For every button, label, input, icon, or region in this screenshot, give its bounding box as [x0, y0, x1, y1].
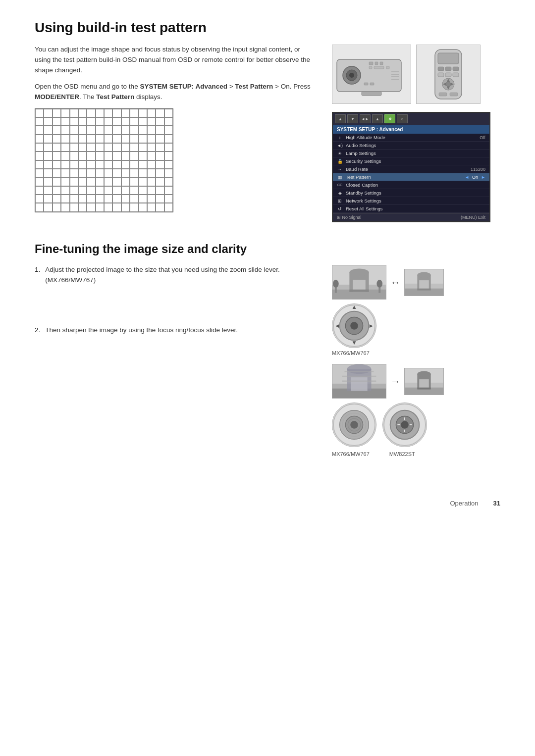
grid-cell: [35, 177, 44, 186]
osd-row-testpattern: ▦ Test Pattern ◄ On ►: [333, 173, 489, 181]
svg-point-26: [446, 82, 451, 87]
grid-cell: [70, 143, 78, 151]
grid-cell: [35, 186, 44, 195]
grid-cell: [53, 117, 61, 126]
grid-cell: [87, 117, 95, 126]
grid-cell: [96, 143, 104, 151]
osd-footer-right: (MENU) Exit: [461, 215, 485, 220]
grid-cell: [96, 169, 104, 177]
grid-cell: [44, 151, 52, 160]
svg-point-42: [333, 280, 339, 288]
step-1-text: Adjust the projected image to the size t…: [45, 265, 322, 286]
svg-rect-14: [362, 92, 381, 96]
grid-cell: [139, 135, 147, 143]
grid-cell: [61, 169, 69, 177]
grid-cell: [121, 109, 130, 117]
grid-cell: [156, 126, 164, 134]
step-1: 1. Adjust the projected image to the siz…: [35, 265, 322, 286]
grid-cell: [78, 169, 87, 177]
grid-cell: [121, 203, 130, 211]
svg-rect-20: [445, 67, 451, 71]
grid-cell: [78, 109, 87, 117]
grid-cell: [156, 160, 164, 169]
zoom-comparison: ↔: [332, 265, 500, 300]
osd-footer-left: ⊞ No Signal: [337, 215, 362, 220]
osd-tab-2: ▼: [347, 114, 358, 123]
grid-cell: [139, 151, 147, 160]
grid-cell: [112, 126, 121, 134]
grid-cell: [164, 117, 173, 126]
grid-cell: [70, 186, 78, 195]
osd-menu-title: SYSTEM SETUP : Advanced: [333, 125, 489, 134]
projector-image: [332, 45, 411, 104]
svg-rect-65: [351, 377, 367, 391]
grid-cell: [112, 160, 121, 169]
grid-cell: [139, 126, 147, 134]
osd-icon-network: ⊞: [337, 199, 343, 203]
grid-cell: [164, 169, 173, 177]
grid-cell: [70, 203, 78, 211]
svg-rect-31: [439, 93, 447, 96]
grid-cell: [44, 135, 52, 143]
osd-footer: ⊞ No Signal (MENU) Exit: [333, 213, 489, 221]
grid-cell: [35, 169, 44, 177]
grid-cell: [104, 135, 112, 143]
svg-text:▲: ▲: [351, 303, 357, 310]
grid-cell: [96, 117, 104, 126]
section1-instruction: Open the OSD menu and go to the SYSTEM S…: [35, 82, 317, 102]
grid-cell: [121, 186, 130, 195]
grid-cell: [147, 117, 156, 126]
projector-svg: [334, 47, 409, 101]
grid-cell: [156, 195, 164, 203]
grid-cell: [139, 169, 147, 177]
grid-cell: [164, 203, 173, 211]
grid-cell: [130, 177, 138, 186]
grid-cell: [87, 135, 95, 143]
grid-cell: [130, 160, 138, 169]
grid-cell: [147, 160, 156, 169]
grid-cell: [87, 195, 95, 203]
grid-cell: [121, 117, 130, 126]
grid-cell: [147, 109, 156, 117]
svg-rect-24: [453, 73, 459, 77]
osd-tabs: ▲ ▼ ◄► ▲ ❖ ○: [333, 113, 489, 125]
grid-cell: [61, 195, 69, 203]
grid-cell: [139, 203, 147, 211]
svg-rect-19: [438, 67, 444, 71]
blurry-image: [332, 364, 386, 399]
osd-icon-security: 🔒: [337, 159, 343, 164]
section2-title: Fine-tuning the image size and clarity: [35, 242, 500, 256]
grid-cell: [61, 126, 69, 134]
grid-cell: [130, 195, 138, 203]
svg-rect-7: [369, 66, 372, 69]
grid-cell: [130, 117, 138, 126]
operation-label: Operation: [450, 500, 478, 507]
svg-point-3: [349, 73, 354, 78]
osd-row-audio: ◄) Audio Settings: [333, 142, 489, 150]
osd-icon-reset: ↺: [337, 206, 343, 211]
grid-cell: [130, 143, 138, 151]
grid-cell: [96, 160, 104, 169]
grid-cell: [78, 203, 87, 211]
grid-cell: [130, 203, 138, 211]
osd-row-standby: ◈ Standby Settings: [333, 189, 489, 197]
osd-icon-lamp: ☀: [337, 151, 343, 156]
svg-rect-9: [386, 66, 389, 69]
arch-small: [404, 269, 444, 296]
osd-row-security: 🔒 Security Settings: [333, 157, 489, 165]
grid-cell: [87, 160, 95, 169]
osd-icon-altitude: ↕: [337, 135, 343, 140]
focus-arrow: →: [390, 376, 400, 387]
grid-cell: [61, 109, 69, 117]
osd-row-network: ⊞ Network Settings: [333, 197, 489, 205]
grid-cell: [87, 143, 95, 151]
grid-cell: [139, 177, 147, 186]
grid-cell: [44, 126, 52, 134]
grid-cell: [78, 135, 87, 143]
grid-cell: [112, 135, 121, 143]
grid-cell: [130, 109, 138, 117]
grid-cell: [44, 177, 52, 186]
grid-cell: [156, 177, 164, 186]
grid-cell: [35, 203, 44, 211]
grid-cell: [35, 126, 44, 134]
